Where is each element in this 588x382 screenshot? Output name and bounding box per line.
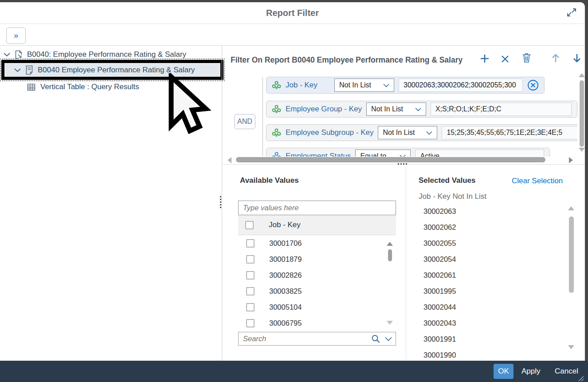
available-group-row[interactable]: Job - Key — [238, 215, 396, 235]
selected-values-list: 30002063 30002062 30002055 30002054 3000… — [406, 165, 585, 361]
operator-chip[interactable]: AND — [234, 114, 255, 129]
expand-icon[interactable] — [566, 7, 577, 18]
add-filter-icon[interactable] — [479, 53, 490, 64]
dimension-icon — [272, 105, 281, 114]
cancel-button-label: Cancel — [555, 367, 578, 376]
mouse-cursor — [166, 73, 215, 144]
filter-value-text: Active — [420, 152, 439, 157]
selected-value[interactable]: 30001991 — [423, 335, 456, 343]
checkbox[interactable] — [246, 239, 255, 248]
filter-row-employment-status[interactable]: Employment Status Equal to Active — [266, 148, 550, 157]
available-value-row[interactable]: 30001706 — [238, 235, 396, 251]
move-up-icon[interactable] — [550, 52, 561, 64]
selected-value[interactable]: 30002061 — [423, 271, 456, 280]
filter-field-name: Employment Status — [286, 152, 351, 157]
filter-field-name: Employee Group - Key — [286, 105, 362, 114]
operator-value: Not In List — [339, 81, 371, 89]
selected-value[interactable]: 30002062 — [423, 223, 456, 232]
selected-value[interactable]: 30002054 — [423, 255, 456, 264]
tree-item-table[interactable]: Vertical Table : Query Results — [27, 81, 139, 93]
available-group-label: Job - Key — [269, 221, 301, 229]
apply-button-label: Apply — [521, 367, 541, 376]
collapse-panel-label: » — [14, 31, 18, 40]
available-value-row[interactable]: 30003825 — [238, 283, 396, 299]
selected-value[interactable]: 30002044 — [423, 303, 456, 311]
footer-bar: OK Apply Cancel — [0, 361, 585, 382]
ok-button-label: OK — [498, 367, 509, 376]
tree-item-label: Vertical Table : Query Results — [40, 83, 139, 91]
collapse-panel-button[interactable]: » — [6, 28, 26, 44]
operator-label: AND — [237, 118, 252, 126]
available-value-row[interactable]: 30002826 — [238, 267, 396, 283]
chevron-down-icon[interactable] — [14, 68, 21, 72]
checkbox[interactable] — [245, 221, 254, 229]
selected-value[interactable]: 30001995 — [423, 287, 456, 295]
report-filter-dialog: Report Filter » B0040: Employee Performa… — [0, 2, 585, 382]
filter-row-job-key[interactable]: Job - Key Not In List 30002063;30002062;… — [266, 77, 545, 94]
selected-value[interactable]: 30002043 — [423, 319, 456, 327]
operator-value: Not In List — [383, 129, 415, 137]
tree-item-label: B0040: Employee Performance Rating & Sal… — [27, 50, 186, 59]
checkbox[interactable] — [246, 271, 255, 280]
clear-value-icon[interactable] — [527, 79, 539, 91]
page-title: Report Filter — [0, 2, 585, 24]
apply-button[interactable]: Apply — [521, 361, 541, 382]
operator-dropdown[interactable]: Equal to — [355, 150, 411, 157]
available-value-row[interactable]: 30001879 — [238, 251, 396, 267]
checkbox[interactable] — [246, 287, 255, 295]
dimension-icon — [272, 128, 281, 138]
checkbox[interactable] — [246, 255, 255, 264]
filter-panel-title: Filter On Report B0040 Employee Performa… — [231, 55, 463, 65]
operator-dropdown[interactable]: Not In List — [334, 79, 394, 92]
filter-row-employee-subgroup[interactable]: Employee Subgroup - Key Not In List 15;2… — [266, 124, 577, 141]
delete-filter-icon[interactable] — [521, 52, 532, 63]
move-down-icon[interactable] — [571, 52, 583, 64]
operator-value: Not In List — [371, 105, 403, 113]
filter-field-name: Job - Key — [286, 81, 330, 90]
available-values-title: Available Values — [240, 176, 299, 185]
resize-grip-icon[interactable] — [578, 376, 584, 382]
operator-dropdown[interactable]: Not In List — [378, 126, 437, 139]
selected-value[interactable]: 30001990 — [423, 351, 456, 359]
tree-item-document[interactable]: B0040: Employee Performance Rating & Sal… — [4, 49, 186, 60]
available-value: 30002826 — [269, 271, 302, 280]
filter-rows-viewport: AND Job - Key Not In List 30002063;30002… — [224, 71, 577, 157]
filter-value-field[interactable]: 15;25;35;45;55;65;75;1E;2E;3E;4E;5 — [442, 126, 577, 139]
document-arrow-icon — [14, 50, 24, 59]
dimension-icon — [272, 152, 281, 157]
filter-value-field[interactable]: Active — [415, 150, 544, 157]
search-icon[interactable] — [371, 334, 380, 344]
search-box — [238, 332, 396, 346]
chevron-down-icon[interactable] — [4, 52, 10, 57]
search-options-chevron-icon[interactable] — [385, 337, 392, 341]
page-background-edge — [585, 361, 588, 382]
available-value: 30006795 — [269, 319, 302, 327]
report-icon — [25, 65, 33, 75]
available-value: 30001706 — [269, 239, 302, 248]
cancel-button[interactable]: Cancel — [555, 361, 578, 382]
available-value: 30005104 — [269, 303, 302, 311]
available-value-row[interactable]: 30006795 — [238, 315, 396, 331]
available-value-row[interactable]: 30005104 — [238, 299, 396, 315]
filter-row-employee-group[interactable]: Employee Group - Key Not In List X;S;R;O… — [266, 101, 577, 118]
operator-dropdown[interactable]: Not In List — [366, 102, 426, 116]
table-icon — [27, 83, 36, 92]
checkbox[interactable] — [246, 303, 255, 311]
dimension-icon — [272, 81, 281, 90]
operator-value: Equal to — [360, 152, 386, 157]
filter-value-field[interactable]: 30002063;30002062;30002055;300 — [399, 79, 523, 92]
filter-value-text: 15;25;35;45;55;65;75;1E;2E;3E;4E;5 — [447, 129, 562, 137]
ok-button[interactable]: OK — [494, 364, 514, 379]
splitter-vertical-handle[interactable] — [220, 196, 221, 208]
available-value: 30001879 — [269, 255, 302, 264]
type-values-input[interactable] — [238, 201, 396, 215]
splitter-horizontal-handle[interactable] — [398, 163, 407, 165]
checkbox[interactable] — [246, 319, 255, 327]
remove-filter-icon[interactable] — [499, 53, 511, 65]
selected-value[interactable]: 30002055 — [423, 239, 456, 248]
search-input[interactable] — [242, 334, 366, 343]
selected-value[interactable]: 30002063 — [423, 207, 456, 216]
filter-value-field[interactable]: X;S;R;O;L;K;F;E;D;C — [431, 102, 572, 116]
filter-field-name: Employee Subgroup - Key — [286, 128, 373, 137]
filter-value-text: X;S;R;O;L;K;F;E;D;C — [435, 105, 501, 113]
